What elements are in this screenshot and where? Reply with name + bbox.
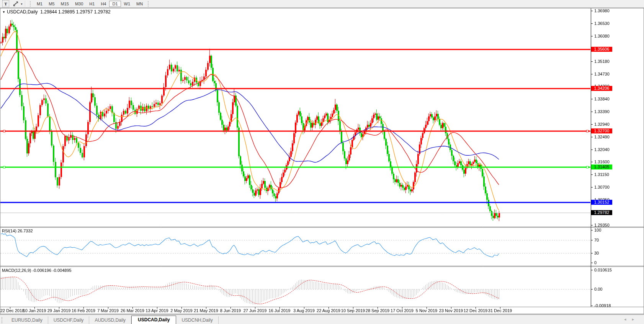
toolbar-grip [30, 1, 32, 7]
dropdown-caret-icon[interactable]: ▼ [20, 3, 23, 5]
tab-usdchf-daily[interactable]: USDCHF,Daily [48, 316, 90, 324]
toolbar-separator [25, 1, 26, 7]
tab-scroll-arrows: ◄► [623, 317, 639, 321]
tab-usdcad-daily[interactable]: USDCAD,Daily [131, 316, 176, 324]
diagonal-arrows-icon [13, 1, 19, 7]
timeframe-button-M1[interactable]: M1 [34, 1, 46, 7]
timeframe-button-D1[interactable]: D1 [109, 1, 121, 7]
tab-scroll-right-icon[interactable]: ► [631, 317, 639, 321]
timeframe-button-M30[interactable]: M30 [72, 1, 86, 7]
tab-scroll-left-icon[interactable]: ◄ [623, 317, 631, 321]
chart-style-icon[interactable] [12, 1, 19, 7]
chart-window [0, 8, 644, 314]
timeframe-button-group: M1M5M15M30H1H4D1W1MN [34, 1, 146, 7]
timeframe-button-MN[interactable]: MN [133, 1, 146, 7]
timeframe-button-M15[interactable]: M15 [58, 1, 72, 7]
timeframe-button-H1[interactable]: H1 [86, 1, 98, 7]
tab-audusd-daily[interactable]: AUDUSD,Daily [89, 316, 131, 324]
text-label-tool-button[interactable]: T [2, 0, 9, 7]
chart-tab-bar: EURUSD,DailyUSDCHF,DailyAUDUSD,DailyUSDC… [0, 314, 644, 324]
tab-usdcnh-daily[interactable]: USDCNH,Daily [176, 316, 218, 324]
tabbar-grip [2, 317, 4, 323]
price-chart-canvas[interactable] [0, 8, 644, 314]
timeframe-button-M5[interactable]: M5 [46, 1, 57, 7]
tab-eurusd-daily[interactable]: EURUSD,Daily [6, 316, 48, 324]
top-toolbar: T ▼ M1M5M15M30H1H4D1W1MN [0, 0, 644, 8]
timeframe-button-H4[interactable]: H4 [98, 1, 109, 7]
toolbar-grip [148, 1, 150, 7]
timeframe-button-W1[interactable]: W1 [121, 1, 134, 7]
